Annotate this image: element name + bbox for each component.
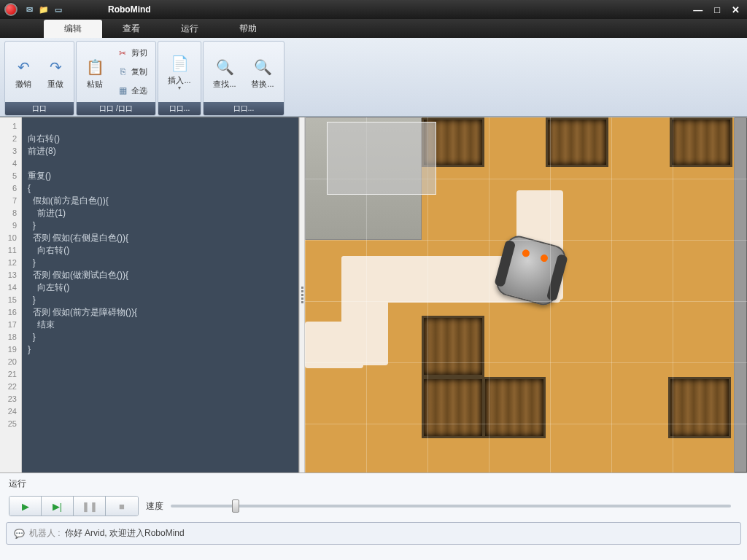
find-icon: 🔍 — [214, 56, 236, 78]
copy-button[interactable]: ⎘ 复制 — [113, 63, 151, 79]
select-all-label: 全选 — [131, 85, 147, 96]
line-number: 24 — [0, 405, 21, 418]
code-line[interactable]: 向右转() — [28, 133, 293, 145]
minimize-button[interactable]: — — [690, 4, 705, 15]
ribbon-group-clipboard: 📋 粘贴 ✂ 剪切 ⎘ 复制 ▦ 全选 口口 /口口 — [76, 41, 156, 116]
ribbon-group2-label: 口口 /口口 — [77, 102, 155, 115]
undo-icon: ↶ — [12, 56, 34, 78]
line-number: 5 — [0, 170, 21, 182]
code-line[interactable]: 假如(前方是白色()){ — [28, 195, 293, 207]
minimap[interactable] — [327, 122, 436, 195]
copy-icon: ⎘ — [117, 66, 128, 77]
code-line[interactable]: 向左转() — [28, 281, 293, 294]
app-logo-icon — [4, 3, 18, 16]
chevron-down-icon: ▾ — [178, 85, 181, 91]
status-prefix: 机器人 : — [29, 527, 61, 540]
code-line[interactable]: 前进(1) — [28, 207, 293, 219]
ribbon-group1-label: 口口 — [5, 102, 74, 115]
run-controls: ▶ ▶| ❚❚ ■ 速度 — [6, 491, 741, 521]
menu-view[interactable]: 查看 — [102, 20, 160, 38]
code-line[interactable]: 否则 假如(前方是障碍物()){ — [28, 306, 293, 319]
speed-slider-thumb[interactable] — [232, 499, 239, 513]
code-line[interactable]: 前进(8) — [28, 145, 293, 158]
replace-icon: 🔍 — [252, 56, 274, 78]
code-line[interactable]: 结束 — [28, 319, 293, 331]
line-number: 22 — [0, 381, 21, 393]
find-label: 查找... — [213, 79, 236, 88]
map-viewport[interactable] — [305, 117, 747, 472]
cut-label: 剪切 — [131, 47, 147, 58]
play-button[interactable]: ▶ — [9, 497, 42, 516]
vertical-splitter[interactable] — [299, 117, 305, 472]
code-editor[interactable]: 1234567891011121314151617181920212223242… — [0, 117, 299, 472]
paste-label: 粘贴 — [87, 79, 103, 88]
menu-help[interactable]: 帮助 — [219, 20, 277, 38]
speed-slider[interactable] — [171, 505, 731, 508]
code-line[interactable]: } — [28, 257, 293, 269]
redo-label: 重做 — [47, 79, 63, 88]
code-line[interactable] — [28, 356, 293, 368]
code-line[interactable] — [28, 405, 293, 418]
qat-folder-icon[interactable]: 📁 — [38, 4, 50, 15]
find-button[interactable]: 🔍 查找... — [206, 44, 244, 100]
code-line[interactable]: } — [28, 343, 293, 356]
code-line[interactable] — [28, 381, 293, 393]
paste-icon: 📋 — [84, 56, 106, 78]
ribbon-group-insert: 📄 插入... ▾ 口口... — [158, 41, 201, 116]
code-line[interactable] — [28, 393, 293, 405]
stop-button[interactable]: ■ — [106, 497, 138, 516]
cut-button[interactable]: ✂ 剪切 — [113, 45, 151, 61]
qat-mail-icon[interactable]: ✉ — [23, 4, 35, 15]
run-panel-label: 运行 — [6, 476, 741, 491]
line-number-gutter: 1234567891011121314151617181920212223242… — [0, 117, 22, 472]
code-line[interactable] — [28, 418, 293, 430]
code-line[interactable]: 重复() — [28, 170, 293, 182]
code-line[interactable]: 否则 假如(右侧是白色()){ — [28, 232, 293, 244]
speed-label: 速度 — [146, 500, 163, 513]
undo-button[interactable]: ↶ 撤销 — [7, 44, 39, 100]
select-all-button[interactable]: ▦ 全选 — [113, 82, 151, 98]
code-line[interactable]: 向右转() — [28, 244, 293, 257]
insert-label: 插入... — [168, 76, 190, 85]
line-number: 25 — [0, 418, 21, 430]
line-number: 21 — [0, 368, 21, 381]
line-number: 19 — [0, 343, 21, 356]
pause-button[interactable]: ❚❚ — [74, 497, 106, 516]
paste-button[interactable]: 📋 粘贴 — [79, 44, 111, 100]
menu-bar: 编辑 查看 运行 帮助 — [0, 19, 747, 38]
line-number: 7 — [0, 195, 21, 207]
code-line[interactable]: 否则 假如(做测试白色()){ — [28, 269, 293, 281]
ribbon-toolbar: ↶ 撤销 ↷ 重做 口口 📋 粘贴 ✂ 剪切 ⎘ 复制 — [0, 38, 747, 117]
code-line[interactable] — [28, 368, 293, 381]
code-area[interactable]: 向右转()前进(8)重复(){ 假如(前方是白色()){ 前进(1) } 否则 … — [22, 117, 298, 472]
line-number: 23 — [0, 393, 21, 405]
quick-access-toolbar: ✉ 📁 ▭ — [23, 4, 64, 15]
maximize-button[interactable]: □ — [711, 4, 723, 15]
speech-bubble-icon: 💬 — [14, 529, 25, 539]
line-number: 6 — [0, 182, 21, 195]
close-button[interactable]: ✕ — [729, 4, 743, 15]
code-line[interactable]: } — [28, 331, 293, 343]
menu-run[interactable]: 运行 — [160, 20, 219, 38]
line-number: 9 — [0, 219, 21, 232]
redo-button[interactable]: ↷ 重做 — [39, 44, 71, 100]
line-number: 14 — [0, 281, 21, 294]
cut-icon: ✂ — [117, 47, 128, 59]
code-line[interactable]: } — [28, 294, 293, 306]
redo-icon: ↷ — [44, 56, 66, 78]
code-line[interactable] — [28, 120, 293, 133]
menu-edit[interactable]: 编辑 — [44, 20, 102, 38]
main-content: 1234567891011121314151617181920212223242… — [0, 117, 747, 472]
code-line[interactable]: { — [28, 182, 293, 195]
code-line[interactable] — [28, 158, 293, 170]
status-message-box: 💬 机器人 : 你好 Arvid, 欢迎进入RoboMind — [6, 522, 741, 545]
select-all-icon: ▦ — [117, 85, 128, 96]
code-line[interactable]: } — [28, 219, 293, 232]
line-number: 17 — [0, 319, 21, 331]
step-button[interactable]: ▶| — [42, 497, 74, 516]
insert-button[interactable]: 📄 插入... ▾ — [160, 44, 198, 100]
line-number: 15 — [0, 294, 21, 306]
replace-button[interactable]: 🔍 替换... — [244, 44, 282, 100]
line-number: 1 — [0, 120, 21, 133]
qat-doc-icon[interactable]: ▭ — [53, 4, 64, 15]
